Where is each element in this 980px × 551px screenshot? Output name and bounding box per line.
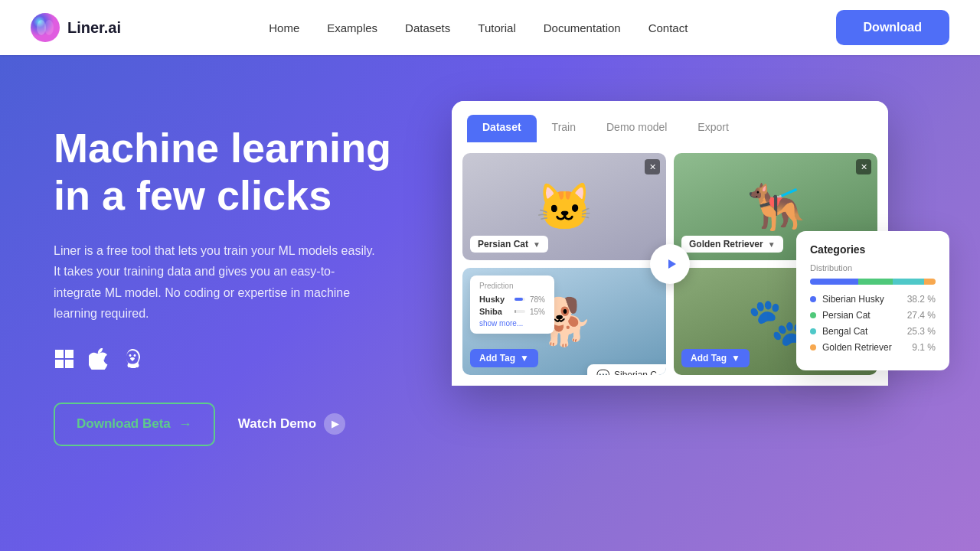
categories-title: Categories <box>810 243 936 256</box>
hero-actions: Download Beta → Watch Demo ▶ <box>54 403 421 446</box>
watch-demo-label: Watch Demo <box>238 416 316 432</box>
nav-download-button[interactable]: Download <box>836 10 949 45</box>
image-card-cat: 🐱 ✕ Persian Cat ▼ <box>462 153 666 260</box>
nav-documentation[interactable]: Documentation <box>544 21 621 34</box>
dist-seg-golden <box>924 279 936 285</box>
cat-dot-bengal <box>810 328 816 334</box>
cat-pct-golden: 9.1 % <box>912 342 936 353</box>
tag-dropdown-icon: ▼ <box>533 240 541 249</box>
demo-tabs: Dataset Train Demo model Export <box>452 101 888 142</box>
speech-bubble-text: Siberian C... <box>614 370 665 375</box>
navbar: Liner.ai Home Examples Datasets Tutorial… <box>0 0 980 55</box>
cat-item-golden: Golden Retriever 9.1 % <box>810 342 936 353</box>
watch-demo-button[interactable]: Watch Demo ▶ <box>238 413 345 435</box>
pred-pct-shiba: 15% <box>530 308 545 316</box>
hero-description: Liner is a free tool that lets you train… <box>54 240 375 324</box>
nav-contact[interactable]: Contact <box>648 21 688 34</box>
apple-icon <box>89 348 109 375</box>
hero-title: Machine learning in a few clicks <box>54 124 421 219</box>
image-card-husky: 🐕 Prediction Husky 78% Shiba <box>462 268 666 375</box>
speech-bubble: 💬 Siberian C... <box>587 364 666 375</box>
svg-rect-4 <box>65 350 74 358</box>
add-tag-husky-button[interactable]: Add Tag ▼ <box>470 349 538 367</box>
cat-dot-persian <box>810 312 816 318</box>
tab-export[interactable]: Export <box>682 115 743 142</box>
download-beta-label: Download Beta <box>77 416 171 432</box>
hero-left: Machine learning in a few clicks Liner i… <box>54 101 421 446</box>
arrow-icon: → <box>178 416 192 432</box>
categories-popup: Categories Distribution Siberian Husky 3… <box>796 231 949 370</box>
svg-point-2 <box>44 20 54 35</box>
distribution-label: Distribution <box>810 263 936 272</box>
pred-label-shiba: Shiba <box>479 307 510 316</box>
pred-pct-husky: 78% <box>530 295 545 304</box>
os-icons-group <box>54 348 421 375</box>
dist-seg-bengal <box>893 279 924 285</box>
hero-right: Dataset Train Demo model Export 🐱 ✕ Pers… <box>452 101 926 386</box>
cat-name-persian: Persian Cat <box>822 310 901 321</box>
prediction-title: Prediction <box>479 282 545 290</box>
show-more-link[interactable]: show more... <box>479 319 545 328</box>
cat-pct-husky: 38.2 % <box>907 294 936 305</box>
linux-icon <box>122 348 142 375</box>
tab-dataset[interactable]: Dataset <box>467 115 537 142</box>
close-dogs-button[interactable]: ✕ <box>856 159 871 174</box>
persian-cat-tag[interactable]: Persian Cat ▼ <box>470 236 548 253</box>
nav-tutorial[interactable]: Tutorial <box>478 21 515 34</box>
cat-image: 🐱 <box>536 180 593 234</box>
cat-item-persian: Persian Cat 27.4 % <box>810 310 936 321</box>
dogs-image: 🐕‍🦺 <box>747 180 805 234</box>
pred-bar-shiba <box>514 310 516 313</box>
nav-datasets[interactable]: Datasets <box>405 21 450 34</box>
cat-name-bengal: Bengal Cat <box>822 326 901 337</box>
download-beta-button[interactable]: Download Beta → <box>54 403 215 446</box>
svg-rect-5 <box>55 360 64 368</box>
tab-demo-model[interactable]: Demo model <box>591 115 682 142</box>
tag-dropdown-icon-2: ▼ <box>768 240 776 249</box>
nav-examples[interactable]: Examples <box>327 21 377 34</box>
close-cat-button[interactable]: ✕ <box>645 159 660 174</box>
hero-section: Machine learning in a few clicks Liner i… <box>0 55 980 446</box>
cat-pct-bengal: 25.3 % <box>907 326 936 337</box>
add-tag-husky-label: Add Tag <box>479 353 515 364</box>
cat-item-bengal: Bengal Cat 25.3 % <box>810 326 936 337</box>
cat-dot-husky <box>810 296 816 302</box>
play-triangle-icon <box>665 257 678 271</box>
cat-item-husky: Siberian Husky 38.2 % <box>810 294 936 305</box>
golden-retriever-label: Golden Retriever <box>689 239 763 249</box>
dist-seg-husky <box>810 279 858 285</box>
cat-name-husky: Siberian Husky <box>822 294 901 305</box>
svg-rect-6 <box>65 360 74 368</box>
pred-bar-husky-container <box>514 298 525 301</box>
cat-pct-persian: 27.4 % <box>907 310 936 321</box>
svg-marker-7 <box>668 259 676 269</box>
prediction-card: Prediction Husky 78% Shiba <box>470 276 554 334</box>
add-tag-puppies-dropdown: ▼ <box>731 353 740 364</box>
add-tag-husky-dropdown: ▼ <box>520 353 529 364</box>
distribution-bar <box>810 279 936 285</box>
pred-bar-husky <box>514 298 523 301</box>
logo-icon <box>31 13 60 42</box>
pred-label-husky: Husky <box>479 295 510 304</box>
play-icon: ▶ <box>324 413 345 435</box>
logo-text: Liner.ai <box>67 19 121 37</box>
nav-links: Home Examples Datasets Tutorial Document… <box>269 21 688 34</box>
svg-rect-3 <box>55 350 64 358</box>
persian-cat-label: Persian Cat <box>478 239 528 249</box>
windows-icon <box>54 348 75 375</box>
nav-home[interactable]: Home <box>269 21 299 34</box>
cat-dot-golden <box>810 344 816 350</box>
prediction-shiba: Shiba 15% <box>479 307 545 316</box>
logo[interactable]: Liner.ai <box>31 13 121 42</box>
golden-retriever-tag[interactable]: Golden Retriever ▼ <box>681 236 783 253</box>
prediction-husky: Husky 78% <box>479 295 545 304</box>
dist-seg-persian <box>858 279 893 285</box>
add-tag-puppies-label: Add Tag <box>691 353 727 364</box>
tab-train[interactable]: Train <box>537 115 591 142</box>
add-tag-puppies-button[interactable]: Add Tag ▼ <box>681 349 750 367</box>
pred-bar-shiba-container <box>514 310 525 313</box>
cat-name-golden: Golden Retriever <box>822 342 906 353</box>
play-center-button[interactable] <box>650 244 690 284</box>
